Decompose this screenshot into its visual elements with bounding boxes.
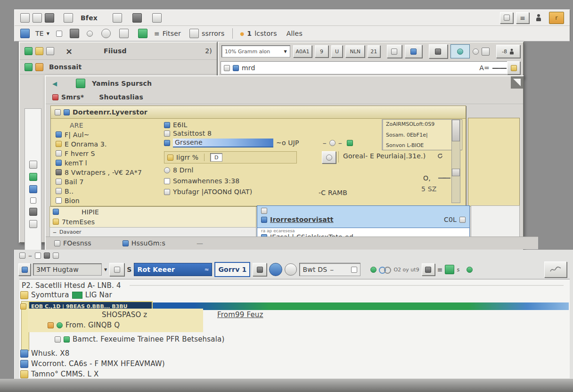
result-row-1[interactable]: P2. Sacetlli Htesd A- LNB. 4: [22, 281, 564, 290]
chat-button[interactable]: [405, 45, 422, 58]
result-row-2[interactable]: Syomttura LIG Nar: [20, 291, 112, 299]
nav-button-u[interactable]: U: [331, 45, 343, 57]
filter-list-icon[interactable]: [154, 30, 160, 37]
selected-result-row[interactable]: Irorrestoorvisatt C0L: [257, 206, 469, 228]
lcstors-label[interactable]: lcstors: [254, 30, 277, 37]
paw-icon[interactable]: [45, 13, 54, 23]
errors-window-icon[interactable]: [189, 29, 199, 38]
refresh-icon[interactable]: [437, 153, 443, 159]
list-item[interactable]: Bail 7: [56, 178, 162, 186]
collapse-icon[interactable]: [53, 228, 57, 237]
chart-icon[interactable]: [132, 13, 142, 23]
minus-icon[interactable]: [338, 139, 342, 147]
building-icon[interactable]: [64, 13, 73, 23]
monitor-small-icon[interactable]: [482, 48, 490, 56]
it-grid-button[interactable]: [18, 263, 31, 276]
clipboard-icon[interactable]: [119, 29, 129, 38]
d-field[interactable]: D: [210, 153, 222, 162]
folder-yellow-icon[interactable]: [35, 47, 43, 55]
list-item[interactable]: F hverr S: [56, 149, 162, 157]
tool-colorgrid-icon[interactable]: [29, 173, 37, 181]
restore-window-button[interactable]: [500, 12, 513, 24]
table-icon[interactable]: [113, 13, 122, 23]
recycle-icon[interactable]: [467, 267, 473, 273]
person-button[interactable]: -8: [496, 45, 520, 58]
globe-round-icon[interactable]: [269, 263, 282, 276]
link-arrow-icon[interactable]: [438, 177, 450, 179]
from99-link[interactable]: From99 Feuz: [217, 310, 263, 319]
circle-tool-icon[interactable]: [87, 31, 93, 37]
result-row-7[interactable]: Wcorront. CA6s - F MMX HFEAVMAW): [20, 359, 165, 368]
bag-button[interactable]: [507, 61, 520, 74]
plant2-icon[interactable]: [25, 63, 33, 71]
tool-generic-icon[interactable]: [29, 161, 37, 169]
row-drnl[interactable]: 8 Drnl: [164, 166, 194, 174]
save-button[interactable]: [109, 263, 124, 276]
users-icon[interactable]: [33, 13, 42, 23]
plant-icon[interactable]: [25, 47, 33, 55]
tab-foesnss[interactable]: FOesnss: [63, 239, 91, 247]
lines-icon[interactable]: [437, 266, 443, 273]
row-soma[interactable]: Somawhennes 3:38: [164, 177, 239, 185]
back-arrow-icon[interactable]: [52, 80, 57, 87]
row-7temeses[interactable]: 7temEses: [50, 217, 256, 227]
result-row-4[interactable]: From. GINQB Q: [48, 321, 120, 329]
zoom-select[interactable]: 10% Gramm alon: [221, 45, 290, 57]
mini-box-icon[interactable]: [53, 253, 59, 259]
row-davaoer[interactable]: Davaoer: [50, 228, 256, 237]
help-button[interactable]: r: [549, 12, 564, 24]
person-toolbar-icon[interactable]: [536, 14, 541, 21]
printer-icon[interactable]: [20, 29, 30, 38]
grid-small-icon[interactable]: [55, 109, 61, 115]
ssrrors-label[interactable]: ssrrors: [202, 30, 225, 37]
tool-panel-icon[interactable]: [29, 185, 37, 193]
clock-button-active[interactable]: [450, 44, 470, 58]
fitser-label[interactable]: Fitser: [163, 30, 181, 37]
chevron-down-icon[interactable]: [104, 268, 107, 272]
mini-hand-icon[interactable]: [44, 253, 50, 259]
signature-pen-icon[interactable]: [70, 29, 79, 38]
pen-icon[interactable]: [56, 31, 62, 37]
folder-orange-icon[interactable]: [35, 63, 43, 71]
tab-hssugms[interactable]: HssuGm:s: [131, 239, 165, 247]
scrollbar-box[interactable]: [452, 169, 460, 176]
search-field[interactable]: Rot Keeer: [134, 263, 212, 276]
selected-entry-row[interactable]: Grssene ~o UJP: [164, 138, 353, 147]
result-row-8[interactable]: Tamno° CMMS. L X: [20, 370, 98, 378]
menu-item-shoutaslias[interactable]: Shoutaslias: [99, 93, 143, 101]
right-row-e6il[interactable]: E6IL: [164, 121, 187, 129]
minus-icon[interactable]: [323, 139, 327, 147]
green-panel-icon[interactable]: [138, 29, 147, 38]
window-dark-button[interactable]: [422, 263, 435, 276]
go-button[interactable]: Gorrv 1: [214, 262, 250, 277]
list-item[interactable]: E Onrama 3.: [56, 140, 162, 148]
list-item[interactable]: F| Aul~: [56, 131, 162, 139]
te-tool-label[interactable]: TE: [35, 30, 44, 37]
list-item[interactable]: Bion: [56, 196, 162, 204]
list-item[interactable]: 8 Vwtrapers , -V€ 2A*7: [56, 168, 162, 176]
nav-button-21[interactable]: 21: [368, 45, 380, 57]
link-dot-icon[interactable]: [473, 49, 479, 55]
list-item[interactable]: B..: [56, 187, 162, 195]
expand-corner-button[interactable]: [511, 76, 523, 89]
filter-doc-icon[interactable]: [347, 140, 353, 146]
tool-dark-icon[interactable]: [29, 208, 37, 216]
target-circle-icon[interactable]: [329, 140, 336, 146]
row-hipie[interactable]: HIPIE: [50, 207, 256, 217]
nav-button-9[interactable]: 9: [315, 45, 328, 57]
nav-button-a0a1[interactable]: A0A1: [293, 45, 312, 57]
tool-jar-icon[interactable]: [29, 220, 37, 228]
grid-button[interactable]: [429, 44, 448, 58]
dialog-scrollbar[interactable]: [451, 119, 460, 203]
alles-label[interactable]: Alles: [286, 30, 303, 37]
window-icon[interactable]: [152, 13, 162, 23]
address-bar[interactable]: mrd A=: [221, 61, 510, 74]
result-row-6[interactable]: Whusk. X8: [20, 349, 70, 358]
signature-button[interactable]: [544, 261, 567, 278]
mini-doc-icon[interactable]: [35, 253, 41, 259]
result-row-5[interactable]: Bamct. Fexeuime Trainee PFR Betsehsala): [55, 335, 225, 343]
right-row-satsittost[interactable]: Satsittost 8: [164, 130, 212, 137]
stamp-icon[interactable]: [20, 13, 30, 23]
selected-entry-pill[interactable]: Grssene: [173, 139, 273, 147]
menu-item-smrs[interactable]: Smrs*: [61, 93, 84, 101]
